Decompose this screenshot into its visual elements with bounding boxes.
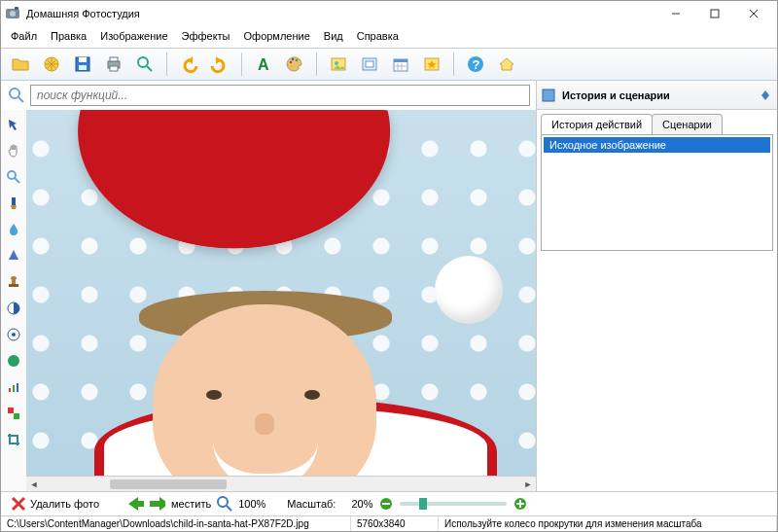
svg-rect-49 — [8, 408, 14, 413]
menu-edit[interactable]: Правка — [45, 28, 92, 44]
workspace: ◄ ► История действий Сценарии Исходное и… — [1, 110, 777, 491]
fit100-icon[interactable] — [217, 496, 232, 512]
zoom-slider[interactable] — [400, 502, 507, 506]
svg-rect-40 — [12, 279, 16, 284]
menu-decoration[interactable]: Оформление — [238, 28, 316, 44]
svg-rect-26 — [394, 59, 407, 62]
scroll-right-icon[interactable]: ► — [520, 478, 536, 491]
delete-icon — [11, 496, 26, 512]
help-icon[interactable]: ? — [462, 52, 489, 77]
contrast-icon[interactable] — [3, 298, 24, 319]
toolbar-separator — [316, 53, 317, 76]
zoom-tool-icon[interactable] — [131, 52, 159, 77]
status-bar: C:\Users\ContentManager\Downloads\child-… — [1, 515, 777, 531]
levels-icon[interactable] — [3, 376, 24, 398]
redo-icon[interactable] — [206, 52, 233, 77]
right-panel-title: История и сценарии — [562, 89, 670, 101]
scale-label: Масштаб: — [287, 498, 336, 510]
zoom-slider-knob[interactable] — [419, 498, 427, 510]
open-folder-icon[interactable] — [7, 52, 34, 77]
frame-icon[interactable] — [356, 52, 383, 77]
app-icon — [5, 6, 20, 21]
svg-rect-35 — [543, 89, 554, 101]
tab-history[interactable]: История действий — [541, 114, 653, 134]
history-item[interactable]: Исходное изображение — [544, 137, 770, 153]
search-row — [1, 81, 536, 110]
history-list: Исходное изображение — [541, 134, 773, 251]
right-panel: История действий Сценарии Исходное изобр… — [536, 110, 777, 491]
svg-rect-59 — [519, 500, 521, 508]
undo-icon[interactable] — [175, 52, 202, 77]
drop-icon[interactable] — [3, 219, 24, 240]
pointer-icon[interactable] — [3, 114, 24, 135]
svg-rect-47 — [13, 385, 15, 392]
svg-point-45 — [8, 355, 19, 367]
bottom-bar: Удалить фото местить 100% Масштаб: 20% — [1, 491, 777, 515]
svg-point-36 — [8, 171, 16, 179]
palette-icon[interactable] — [281, 52, 308, 77]
magnifier-icon[interactable] — [3, 166, 24, 188]
next-arrow-icon[interactable] — [150, 496, 165, 512]
window-title: Домашняя Фотостудия — [26, 8, 656, 19]
canvas-area: ◄ ► — [26, 110, 536, 491]
minimize-button[interactable] — [656, 2, 695, 25]
stamp-icon[interactable] — [3, 271, 24, 293]
scroll-thumb[interactable] — [110, 479, 227, 489]
horizontal-scrollbar[interactable]: ◄ ► — [26, 476, 536, 491]
main-toolbar: A ? — [1, 49, 777, 81]
svg-point-53 — [218, 497, 228, 507]
svg-rect-4 — [711, 10, 719, 18]
prev-arrow-icon[interactable] — [128, 496, 144, 512]
crop-icon[interactable] — [3, 429, 24, 450]
print-icon[interactable] — [100, 52, 127, 77]
title-bar: Домашняя Фотостудия — [1, 1, 777, 26]
menu-help[interactable]: Справка — [351, 28, 405, 44]
balance-icon[interactable] — [3, 324, 24, 345]
svg-point-20 — [290, 65, 293, 68]
search-input[interactable] — [30, 85, 530, 106]
svg-point-1 — [10, 11, 16, 17]
brush-icon[interactable] — [3, 193, 24, 214]
status-hint: Используйте колесо прокрутки для изменен… — [439, 516, 777, 531]
effects-icon[interactable] — [418, 52, 445, 77]
svg-text:A: A — [258, 56, 269, 73]
panel-collapse-icon[interactable] — [758, 88, 773, 103]
blur-icon[interactable] — [3, 245, 24, 266]
photo-icon[interactable] — [325, 52, 352, 77]
menu-view[interactable]: Вид — [318, 28, 349, 44]
svg-rect-50 — [14, 413, 19, 419]
svg-point-14 — [138, 57, 148, 67]
svg-rect-12 — [110, 57, 118, 61]
enhance-icon[interactable] — [38, 52, 65, 77]
swatch-icon[interactable] — [3, 350, 24, 372]
fit-label[interactable]: местить — [171, 498, 211, 510]
text-tool-icon[interactable]: A — [250, 52, 277, 77]
svg-point-19 — [296, 59, 299, 62]
history-panel-icon — [541, 88, 556, 103]
svg-rect-38 — [12, 197, 16, 205]
colorfill-icon[interactable] — [3, 403, 24, 424]
delete-photo-button[interactable]: Удалить фото — [7, 495, 103, 513]
menu-bar: Файл Правка Изображение Эффекты Оформлен… — [1, 26, 777, 49]
svg-line-37 — [15, 178, 19, 183]
image-canvas[interactable] — [26, 110, 536, 476]
home-icon[interactable] — [493, 52, 520, 77]
zoom-in-icon[interactable] — [513, 496, 528, 512]
svg-text:?: ? — [473, 57, 480, 72]
calendar-icon[interactable] — [387, 52, 414, 77]
menu-image[interactable]: Изображение — [94, 28, 173, 44]
save-icon[interactable] — [69, 52, 96, 77]
zoom-out-icon[interactable] — [378, 496, 394, 512]
scroll-track[interactable] — [42, 478, 520, 491]
svg-rect-41 — [9, 284, 18, 287]
menu-file[interactable]: Файл — [5, 28, 43, 44]
hand-icon[interactable] — [3, 140, 24, 161]
close-button[interactable] — [734, 2, 773, 25]
scroll-left-icon[interactable]: ◄ — [26, 478, 42, 491]
right-panel-tabs: История действий Сценарии — [537, 110, 777, 134]
svg-line-54 — [227, 506, 231, 511]
tab-scenarios[interactable]: Сценарии — [652, 114, 723, 134]
fit100-label[interactable]: 100% — [238, 498, 265, 510]
maximize-button[interactable] — [695, 2, 734, 25]
menu-effects[interactable]: Эффекты — [176, 28, 236, 44]
